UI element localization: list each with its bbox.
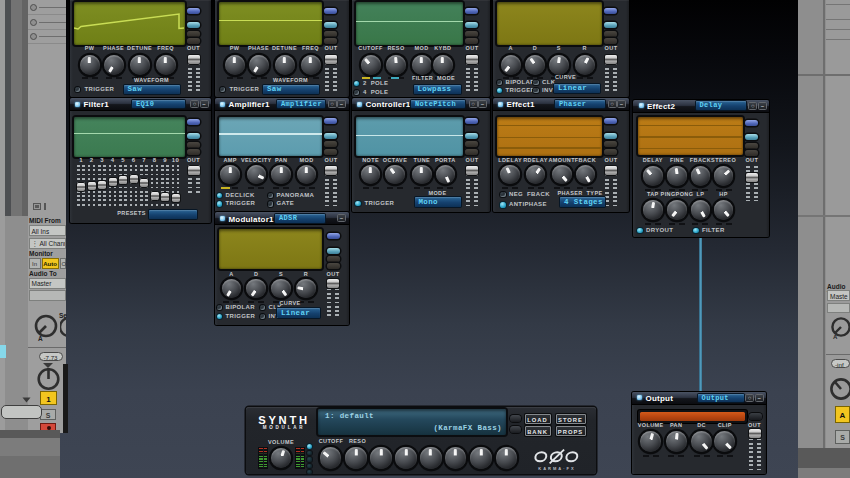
svg-text:A: A	[833, 334, 838, 340]
svg-text:A: A	[38, 335, 43, 342]
